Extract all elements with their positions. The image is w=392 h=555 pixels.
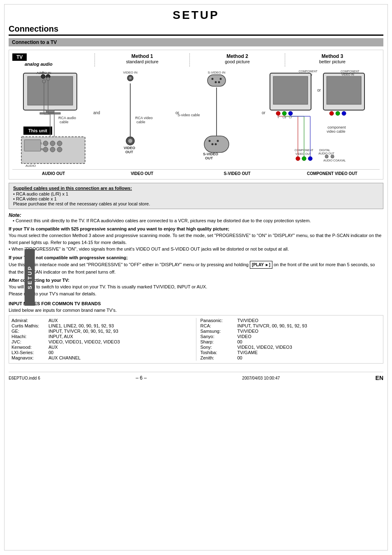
svg-rect-40 (43, 147, 48, 152)
cable-item-1: • RCA audio cable (L/R) x 1 (13, 191, 379, 196)
brand-name: Panasonic: (201, 318, 238, 323)
connection-diagram: AUDIO IN L R VIDEO IN S-VIDEO IN (12, 69, 380, 168)
cables-box: Supplied cables used in this connection … (9, 183, 383, 209)
svg-point-23 (288, 111, 293, 115)
method1-desc: standard picture (95, 59, 189, 64)
brand-name: Sharp: (201, 339, 238, 344)
method2-desc: good picture (190, 59, 284, 64)
brand-row: Zenith:00 (201, 355, 381, 360)
brand-name: Sony: (201, 345, 238, 350)
svg-text:COMPONENT: COMPONENT (341, 70, 360, 73)
note-title: Note: (9, 212, 21, 218)
brand-name: JVC: (12, 339, 48, 344)
brand-name: Admiral: (12, 318, 48, 323)
svg-point-83 (302, 157, 306, 161)
footer-left: E6EPTUO.indd 6 (9, 376, 40, 380)
svg-point-69 (217, 140, 219, 142)
component-video-out-label: COMPONENT VIDEO OUT (285, 171, 380, 176)
brand-row: JVC:VIDEO, VIDEO1, VIDEO2, VIDEO3 (12, 339, 192, 344)
info-title-3: After connecting to your TV: (9, 278, 383, 283)
brand-value: AUX (48, 318, 58, 323)
svg-rect-44 (57, 147, 62, 152)
svg-text:L: L (41, 141, 43, 145)
brand-row: RCA:INPUT, TV/VCR, 00, 90, 91, 92, 93 (201, 323, 381, 328)
svg-text:and: and (93, 111, 100, 115)
brand-name: LXI-Series: (12, 350, 48, 355)
brand-row: Hitachi:INPUT, AUX (12, 334, 192, 339)
brand-value: 00 (238, 339, 242, 344)
svg-text:or: or (175, 111, 180, 115)
brands-section: INPUT MODES FOR COMMON TV BRANDS Listed … (9, 301, 383, 364)
svg-rect-43 (57, 141, 62, 146)
info-title-2: If your TV is not compatible with progre… (9, 255, 383, 260)
svg-point-60 (128, 139, 132, 143)
video-out-label: VIDEO OUT (95, 171, 189, 176)
svg-point-34 (342, 111, 346, 115)
svg-point-13 (212, 78, 214, 80)
brand-value: INPUT, AUX (48, 334, 73, 339)
svg-rect-38 (24, 140, 41, 151)
svg-rect-20 (273, 76, 308, 104)
brand-value: TV/GAME (238, 350, 258, 355)
method1-title: Method 1 (95, 53, 189, 59)
brand-row: Curtis Mathis:LINE1, LINE2, 00, 90, 91, … (12, 323, 192, 328)
brand-name: Magnavox: (12, 355, 48, 360)
brand-value: INPUT, TV/VCR, 00, 90, 91, 92, 93 (48, 329, 118, 334)
method3-title: Method 3 (285, 53, 380, 59)
page-subtitle: Connections (9, 24, 383, 36)
cables-title: Supplied cables used in this connection … (13, 186, 379, 191)
brand-row: GE:INPUT, TV/VCR, 00, 90, 91, 92, 93 (12, 329, 192, 334)
brand-row: LXI-Series:00 (12, 350, 192, 355)
svg-text:AUDIO OUT: AUDIO OUT (318, 152, 335, 155)
analog-audio-label: analog audio (25, 62, 53, 67)
svg-point-4 (41, 74, 45, 78)
info-text-3a: You will need to switch to video input o… (9, 283, 383, 290)
footer-date: 2007/04/03 10:00:47 (242, 376, 280, 380)
s-video-out-label: S-VIDEO OUT (189, 171, 284, 176)
brand-value: VIDEO, VIDEO1, VIDEO2, VIDEO3 (48, 339, 120, 344)
brand-value: TV/VIDEO (238, 329, 258, 334)
svg-point-56 (46, 77, 50, 81)
brand-value: INPUT, TV/VCR, 00, 90, 91, 92, 93 (238, 323, 307, 328)
svg-text:cable: cable (136, 120, 145, 124)
brands-right: Panasonic:TV/VIDEORCA:INPUT, TV/VCR, 00,… (201, 318, 381, 361)
svg-rect-41 (50, 141, 55, 146)
svg-text:RCA video: RCA video (135, 116, 153, 120)
svg-text:OUT: OUT (125, 150, 134, 154)
svg-text:DIGITAL: DIGITAL (319, 149, 330, 152)
svg-text:OUT: OUT (205, 156, 213, 160)
method3-desc: better picture (285, 59, 380, 64)
svg-text:AUDIO COAXIAL: AUDIO COAXIAL (323, 159, 346, 162)
info-section-1: If your TV is compatible with 525 progre… (9, 226, 383, 253)
info-text-1a: You must select the connection Method 3 … (9, 232, 383, 246)
connection-labels: AUDIO OUT VIDEO OUT S-VIDEO OUT COMPONEN… (12, 169, 380, 176)
brand-name: Toshiba: (201, 350, 238, 355)
svg-point-15 (215, 81, 217, 83)
brand-value: VIDEO1, VIDEO2, VIDEO3 (238, 345, 292, 350)
svg-text:VIDEO IN: VIDEO IN (341, 73, 354, 76)
tv-label-col: TV analog audio (12, 53, 95, 67)
section-header: Connection to a TV (9, 38, 383, 46)
brands-table: Admiral:AUXCurtis Mathis:LINE1, LINE2, 0… (9, 315, 383, 364)
brands-left: Admiral:AUXCurtis Mathis:LINE1, LINE2, 0… (12, 318, 192, 361)
brand-row: Toshiba:TV/GAME (201, 350, 381, 355)
svg-rect-29 (327, 76, 361, 104)
page-footer: E6EPTUO.indd 6 – 6 – 2007/04/03 10:00:47… (9, 372, 383, 381)
svg-point-33 (336, 111, 340, 115)
svg-text:COMPONENT: COMPONENT (299, 70, 318, 73)
svg-point-70 (212, 143, 214, 145)
brand-value: 00 (238, 355, 242, 360)
setup-sidebar-label: SETUP (25, 249, 35, 306)
brand-value: AUX CHANNEL (48, 355, 81, 360)
svg-point-21 (276, 111, 280, 115)
en-label: EN (376, 375, 383, 381)
svg-point-14 (220, 78, 222, 80)
cable-item-2: • RCA video cable x 1 (13, 196, 379, 201)
svg-point-71 (215, 143, 217, 145)
brand-value: VIDEO (238, 334, 251, 339)
note-section: Note: • Connect this unit directly to th… (9, 212, 383, 223)
svg-text:This unit: This unit (28, 128, 47, 133)
brands-section-title: INPUT MODES FOR COMMON TV BRANDS (9, 301, 383, 306)
svg-text:cable: cable (60, 120, 69, 124)
info-section-3: After connecting to your TV: You will ne… (9, 278, 383, 297)
